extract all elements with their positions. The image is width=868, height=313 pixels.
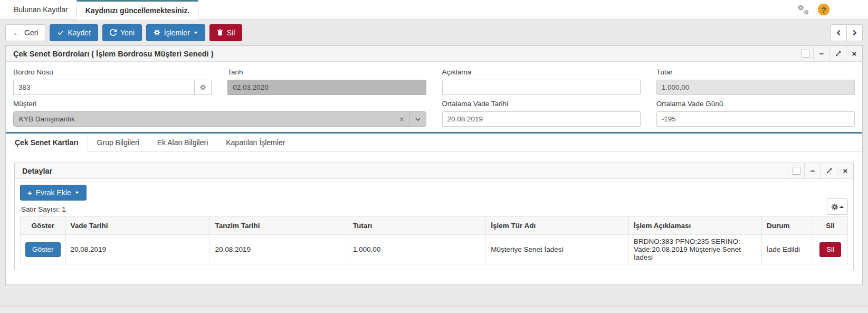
field-ortalama-vade-tarihi: Ortalama Vade Tarihi [442, 100, 641, 127]
panel-select-checkbox[interactable] [797, 46, 813, 61]
chevron-left-icon [836, 30, 841, 36]
bordro-nosu-settings-button[interactable] [194, 80, 212, 95]
row-count-label: Satır Sayısı: 1 [21, 205, 87, 213]
ortalama-vade-gunu-input[interactable] [656, 111, 855, 127]
expand-icon [826, 167, 833, 174]
clear-selection-icon[interactable]: × [394, 115, 409, 124]
cell-durum: İade Edildi [762, 235, 813, 264]
tab-kapatilan-islemler[interactable]: Kapatılan İşlemler [217, 134, 294, 151]
musteri-dropdown-toggle[interactable] [409, 112, 426, 126]
actions-dropdown-button[interactable]: İşlemler [146, 24, 205, 41]
col-header-tutari: Tutarı [348, 217, 485, 235]
details-toolbar: + Evrak Ekle Satır Sayısı: 1 [20, 185, 848, 215]
tab-grup-bilgileri[interactable]: Grup Bilgileri [88, 134, 148, 151]
details-panel-body: + Evrak Ekle Satır Sayısı: 1 [15, 179, 853, 270]
col-header-islem-tur-adi: İşlem Tür Adı [486, 217, 629, 235]
cell-sil: Sil [813, 235, 848, 264]
table-header-row: Göster Vade Tarihi Tanzim Tarihi Tutarı … [21, 217, 848, 235]
col-header-goster: Göster [21, 217, 66, 235]
record-pager [831, 24, 863, 41]
caret-down-icon [194, 32, 198, 34]
save-button[interactable]: Kaydet [50, 24, 98, 41]
gear-icon [154, 29, 160, 36]
ortalama-vade-tarihi-input[interactable] [442, 111, 641, 127]
aciklama-input[interactable] [442, 80, 641, 95]
toolbar: ← Geri Kaydet Yeni İşlemler [0, 20, 868, 45]
next-record-button[interactable] [846, 24, 863, 41]
panel-close-button[interactable]: × [837, 163, 853, 178]
table-settings-button[interactable] [827, 198, 848, 215]
field-ortalama-vade-gunu: Ortalama Vade Günü [656, 100, 855, 127]
plus-icon: + [27, 189, 32, 197]
main-container: Çek Senet Bordroları ( İşlem Bordrosu Mü… [5, 45, 863, 285]
cell-islem-aciklamasi: BRDNO:383 PFNO:235 SERINO: Vade:20.08.20… [628, 235, 761, 264]
ortalama-vade-tarihi-label: Ortalama Vade Tarihi [442, 100, 641, 108]
cell-goster: Göster [21, 235, 66, 264]
gear-icon [831, 203, 838, 211]
col-header-sil: Sil [813, 217, 848, 235]
delete-button[interactable]: Sil [209, 24, 243, 41]
musteri-select: KYB Danışmanlık × [13, 111, 426, 127]
details-panel-header: Detaylar − × [15, 163, 853, 179]
checkbox [793, 167, 800, 175]
panel-minimize-button[interactable]: − [813, 46, 829, 61]
col-header-islem-aciklamasi: İşlem Açıklaması [628, 217, 761, 235]
gear-icon [199, 84, 206, 91]
top-tab-bar: Bulunan Kayıtlar Kaydınızı güncellemekte… [0, 0, 868, 20]
tutar-input [656, 80, 855, 95]
tab-content: Detaylar − × [6, 152, 862, 284]
tutar-label: Tutar [656, 68, 855, 76]
musteri-selected-value: KYB Danışmanlık [19, 115, 75, 123]
table-row: Göster 20.08.2019 20.08.2019 1.000,00 Mü… [21, 235, 848, 264]
show-row-button[interactable]: Göster [25, 242, 61, 257]
topbar-icons: ? [797, 0, 868, 19]
panel-minimize-button[interactable]: − [804, 163, 821, 178]
bordro-nosu-input[interactable] [13, 80, 194, 95]
col-header-tanzim-tarihi: Tanzim Tarihi [210, 217, 348, 235]
panel-select-checkbox[interactable] [788, 163, 804, 178]
tab-kayit-guncelleme[interactable]: Kaydınızı güncellemektesiniz. [77, 0, 199, 20]
trash-icon [217, 29, 223, 36]
tarih-label: Tarih [227, 68, 426, 76]
settings-gears-icon[interactable] [797, 4, 809, 15]
caret-up-icon [840, 206, 844, 208]
expand-icon [835, 50, 842, 57]
bordro-panel-controls: − × [797, 46, 862, 61]
aciklama-label: Açıklama [442, 68, 641, 76]
back-button[interactable]: ← Geri [5, 24, 45, 41]
details-panel: Detaylar − × [14, 163, 854, 270]
cell-tanzim-tarihi: 20.08.2019 [210, 235, 348, 264]
tab-ek-alan-bilgileri[interactable]: Ek Alan Bilgileri [148, 134, 217, 151]
col-header-vade-tarihi: Vade Tarihi [65, 217, 210, 235]
col-header-durum: Durum [762, 217, 813, 235]
tab-cek-senet-kartlari[interactable]: Çek Senet Kartları [6, 134, 88, 152]
field-bordro-nosu: Bordro Nosu [13, 68, 212, 95]
ortalama-vade-gunu-label: Ortalama Vade Günü [656, 100, 855, 108]
tab-bulunan-kayitlar[interactable]: Bulunan Kayıtlar [5, 0, 77, 19]
arrow-left-icon: ← [13, 29, 21, 36]
new-button[interactable]: Yeni [102, 24, 142, 41]
musteri-label: Müşteri [13, 100, 426, 108]
refresh-icon [110, 29, 117, 36]
details-panel-controls: − × [788, 163, 853, 178]
cell-islem-tur-adi: Müşteriye Senet İadesi [486, 235, 629, 264]
details-panel-title: Detaylar [15, 163, 788, 178]
add-document-dropdown-button[interactable]: + Evrak Ekle [20, 185, 87, 201]
panel-expand-button[interactable] [821, 163, 837, 178]
delete-row-button[interactable]: Sil [819, 242, 841, 257]
field-musteri: Müşteri KYB Danışmanlık × [13, 100, 426, 127]
bordro-panel-header: Çek Senet Bordroları ( İşlem Bordrosu Mü… [6, 46, 862, 62]
cell-vade-tarihi: 20.08.2019 [65, 235, 210, 264]
chevron-right-icon [852, 30, 857, 36]
panel-expand-button[interactable] [829, 46, 846, 61]
field-tutar: Tutar [656, 68, 855, 95]
details-table: Göster Vade Tarihi Tanzim Tarihi Tutarı … [20, 216, 848, 264]
help-icon[interactable]: ? [818, 4, 829, 15]
panel-close-button[interactable]: × [846, 46, 862, 61]
sub-tab-bar: Çek Senet Kartları Grup Bilgileri Ek Ala… [6, 132, 862, 152]
bordro-nosu-label: Bordro Nosu [13, 68, 212, 76]
previous-record-button[interactable] [831, 24, 847, 41]
bordro-form: Bordro Nosu [6, 62, 862, 132]
cell-tutari: 1.000,00 [348, 235, 485, 264]
gear-icon [804, 10, 809, 15]
